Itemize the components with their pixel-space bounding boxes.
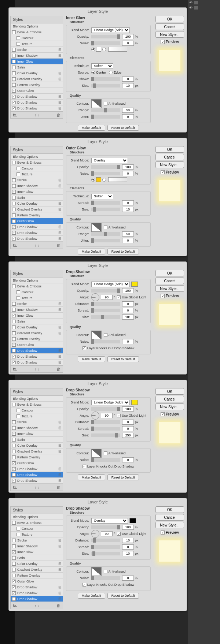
checkbox-icon[interactable]: ✓ [12,467,16,471]
plus-icon[interactable]: ⊞ [58,449,61,453]
preview-checkbox[interactable]: ✓Preview [161,170,179,174]
ok-button[interactable]: OK [155,146,184,153]
value-input[interactable] [122,77,134,82]
visibility-icon[interactable]: 👁 [189,6,194,10]
trash-icon[interactable]: 🗑 [56,603,60,608]
checkbox-icon[interactable] [12,308,16,312]
arrows[interactable]: ↑ ↓ [34,604,39,608]
checkbox-icon[interactable] [12,161,16,164]
preview-checkbox[interactable]: ✓Preview [161,40,179,44]
value-input[interactable] [122,200,134,205]
slider[interactable] [91,433,120,437]
plus-icon[interactable]: ⊞ [58,94,61,98]
value-input[interactable] [122,164,134,170]
style-item-satin[interactable]: Satin [11,64,63,70]
plus-icon[interactable]: ⊞ [58,473,61,477]
style-item-contour[interactable]: Contour [11,526,63,532]
value-input[interactable] [122,544,134,550]
slider[interactable] [91,427,120,431]
make-default-button[interactable]: Make Default [78,474,105,480]
fx-icon[interactable]: fx. [13,243,17,247]
checkbox-icon[interactable] [12,208,16,211]
plus-icon[interactable]: ⊞ [58,184,61,188]
cancel-button[interactable]: Cancel [155,278,184,284]
make-default-button[interactable]: Make Default [78,125,105,131]
checkbox-icon[interactable]: ✓ [12,591,16,595]
color-radio[interactable] [91,48,95,51]
style-item-patternOverlay[interactable]: Pattern Overlay [11,212,63,218]
plus-icon[interactable]: ⊞ [58,53,61,57]
style-item-patternOverlay[interactable]: Pattern Overlay [11,454,63,460]
angle-input[interactable] [101,413,113,418]
contour-picker[interactable] [91,223,102,232]
style-item-gradientOverlay[interactable]: Gradient Overlay⊞ [11,448,63,454]
antialiased-checkbox[interactable]: Anti-aliased [104,226,126,229]
style-item-innerShadow[interactable]: Inner Shadow⊞ [11,543,63,549]
value-input[interactable] [122,171,134,176]
checkbox-icon[interactable]: ✓ [12,101,16,104]
trash-icon[interactable]: 🗑 [56,485,60,489]
style-item-patternOverlay[interactable]: Pattern Overlay [11,573,63,578]
new-style-button[interactable]: New Style... [155,522,184,528]
value-input[interactable] [122,314,134,320]
style-item-dropShadow[interactable]: ✓Drop Shadow⊞ [11,236,63,242]
slider[interactable] [91,407,120,411]
plus-icon[interactable]: ⊞ [58,77,61,81]
style-item-blending[interactable]: Blending Options [11,23,63,29]
value-input[interactable] [122,231,134,237]
style-item-dropShadow[interactable]: ✓Drop Shadow⊞ [11,105,63,111]
checkbox-icon[interactable] [16,36,20,40]
checkbox-icon[interactable]: ✓ [12,190,16,194]
checkbox-icon[interactable] [12,54,16,57]
new-style-button[interactable]: New Style... [155,285,184,292]
new-style-button[interactable]: New Style... [155,31,184,38]
style-item-contour[interactable]: Contour [11,35,63,41]
knocks-out-checkbox[interactable]: ✓Layer Knocks Out Drop Shadow [82,583,135,587]
fx-icon[interactable]: fx. [13,604,17,608]
color-swatch[interactable] [96,47,101,52]
ok-button[interactable]: OK [155,506,184,513]
style-item-outerGlow[interactable]: ✓Outer Glow [11,578,63,584]
value-input[interactable] [122,426,134,431]
checkbox-icon[interactable]: ✓ [12,231,16,235]
style-item-colorOverlay[interactable]: Color Overlay⊞ [11,561,63,567]
slider[interactable] [91,458,120,462]
checkbox-icon[interactable] [12,66,16,69]
arrows[interactable]: ↑ ↓ [34,113,39,117]
blend-mode-select[interactable]: Linear Dodge (Add) [91,282,130,287]
style-item-texture[interactable]: Texture [11,295,63,301]
arrows[interactable]: ↑ ↓ [34,367,39,371]
style-item-bevel[interactable]: Bevel & Emboss [11,520,63,526]
checkbox-icon[interactable] [12,444,16,447]
style-item-dropShadow[interactable]: ✓Drop Shadow⊞ [11,230,63,236]
slider[interactable] [91,84,120,88]
style-item-innerGlow[interactable]: ✓Inner Glow [11,189,63,195]
blend-mode-select[interactable]: Overlay [91,518,128,524]
arrows[interactable]: ↑ ↓ [34,485,39,489]
fx-icon[interactable]: fx. [13,367,17,371]
gradient-radio[interactable] [102,178,106,182]
style-item-blending[interactable]: Blending Options [11,154,63,160]
angle-dial[interactable] [91,530,99,538]
style-item-stroke[interactable]: Stroke⊞ [11,537,63,543]
style-item-bevel[interactable]: Bevel & Emboss [11,402,63,407]
style-item-stroke[interactable]: Stroke⊞ [11,419,63,425]
checkbox-icon[interactable]: ✓ [12,89,16,93]
checkbox-icon[interactable] [12,420,16,424]
arrows[interactable]: ↑ ↓ [34,243,39,247]
slider[interactable] [91,302,120,306]
checkbox-icon[interactable]: ✓ [12,225,16,229]
slider[interactable] [91,208,120,211]
checkbox-icon[interactable] [12,196,16,200]
knocks-out-checkbox[interactable]: ✓Layer Knocks Out Drop Shadow [82,465,135,468]
ok-button[interactable]: OK [155,270,184,276]
style-item-innerShadow[interactable]: Inner Shadow⊞ [11,425,63,431]
style-item-dropShadow[interactable]: ✓Drop Shadow⊞ [11,100,63,105]
color-radio[interactable] [91,178,95,182]
checkbox-icon[interactable] [12,331,16,335]
style-item-outerGlow[interactable]: ✓Outer Glow [11,218,63,224]
plus-icon[interactable]: ⊞ [58,325,61,329]
style-item-innerGlow[interactable]: ✓Inner Glow [11,59,63,64]
make-default-button[interactable]: Make Default [78,356,105,362]
slider[interactable] [91,309,120,312]
